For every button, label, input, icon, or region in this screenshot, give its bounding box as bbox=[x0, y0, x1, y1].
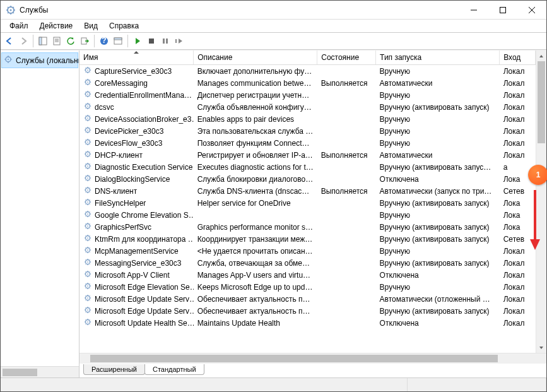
service-name-cell[interactable]: Diagnostic Execution Service bbox=[79, 161, 194, 173]
scrollbar-thumb[interactable] bbox=[538, 61, 545, 143]
service-name-cell[interactable]: MessagingService_e30c3 bbox=[79, 257, 194, 269]
tab-extended[interactable]: Расширенный bbox=[83, 364, 145, 375]
table-row[interactable]: CoreMessagingManages communication betwe… bbox=[79, 77, 536, 89]
menu-action[interactable]: Действие bbox=[35, 20, 78, 32]
close-button[interactable] bbox=[517, 1, 546, 19]
column-header[interactable]: Вход bbox=[500, 50, 536, 65]
menu-help[interactable]: Справка bbox=[104, 20, 144, 32]
service-name-cell[interactable]: CaptureService_e30c3 bbox=[79, 65, 194, 77]
service-name-cell[interactable]: dcsvc bbox=[79, 101, 194, 113]
svg-point-156 bbox=[87, 213, 88, 215]
service-name-cell[interactable]: GraphicsPerfSvc bbox=[79, 221, 194, 233]
table-row[interactable]: CaptureService_e30c3Включает дополнитель… bbox=[79, 65, 536, 78]
scrollbar-thumb[interactable] bbox=[3, 369, 37, 376]
services-listview[interactable]: ИмяОписаниеСостояниеТип запускаВход Capt… bbox=[79, 50, 536, 353]
service-name-cell[interactable]: Microsoft Edge Update Serv… bbox=[79, 305, 194, 317]
service-name-cell[interactable]: DialogBlockingService bbox=[79, 173, 194, 185]
column-header[interactable]: Имя bbox=[79, 50, 194, 65]
help-button[interactable]: ? bbox=[98, 35, 110, 47]
service-name-cell[interactable]: DHCP-клиент bbox=[79, 149, 194, 161]
start-service-button[interactable] bbox=[131, 35, 144, 47]
stop-service-button[interactable] bbox=[145, 35, 158, 47]
maximize-button[interactable] bbox=[488, 1, 517, 19]
service-name-cell[interactable]: Microsoft Edge Update Serv… bbox=[79, 293, 194, 305]
menu-view[interactable]: Вид bbox=[79, 20, 103, 32]
svg-rect-16 bbox=[54, 37, 60, 45]
table-row[interactable]: Microsoft Edge Update Serv…Обеспечивает … bbox=[79, 293, 536, 305]
tab-standard[interactable]: Стандартный bbox=[144, 364, 204, 375]
nav-forward-button[interactable] bbox=[17, 35, 30, 47]
cell-logon: Локал bbox=[500, 257, 536, 269]
scroll-down-arrow[interactable] bbox=[536, 342, 546, 353]
column-header[interactable]: Тип запуска bbox=[376, 50, 500, 65]
table-row[interactable]: Diagnostic Execution ServiceExecutes dia… bbox=[79, 161, 536, 173]
scrollbar-thumb[interactable] bbox=[90, 355, 498, 362]
table-row[interactable]: dcsvcСлужба объявленной конфигу…Вручную … bbox=[79, 101, 536, 113]
pause-service-button[interactable] bbox=[159, 35, 172, 47]
service-name-cell[interactable]: Microsoft Update Health Se… bbox=[79, 317, 194, 329]
table-row[interactable]: DNS-клиентСлужба DNS-клиента (dnscach…Вы… bbox=[79, 185, 536, 197]
service-name: Microsoft Edge Update Serv… bbox=[95, 295, 194, 304]
cell-startup: Вручную bbox=[376, 113, 500, 125]
table-row[interactable]: DeviceAssociationBroker_e3…Enables apps … bbox=[79, 113, 536, 125]
service-name-cell[interactable]: CredentialEnrollmentMana… bbox=[79, 89, 194, 101]
table-row[interactable]: Google Chrome Elevation S…ВручнуюЛока bbox=[79, 209, 536, 221]
gear-icon bbox=[83, 174, 92, 184]
export-button[interactable] bbox=[78, 35, 91, 47]
table-row[interactable]: CredentialEnrollmentMana…Диспетчер регис… bbox=[79, 89, 536, 101]
table-row[interactable]: Microsoft Edge Elevation Se…Keeps Micros… bbox=[79, 281, 536, 293]
console-button[interactable] bbox=[112, 35, 124, 47]
sidebar-horizontal-scrollbar[interactable] bbox=[1, 366, 79, 377]
cell-state bbox=[317, 173, 376, 185]
properties-button[interactable] bbox=[50, 35, 63, 47]
horizontal-scrollbar[interactable] bbox=[79, 353, 546, 364]
cell-startup: Вручную bbox=[376, 137, 500, 149]
table-row[interactable]: KtmRm для координатора …Координирует тра… bbox=[79, 233, 536, 245]
service-name-cell[interactable]: McpManagementService bbox=[79, 245, 194, 257]
table-row[interactable]: McpManagementService<Не удается прочитат… bbox=[79, 245, 536, 257]
table-row[interactable]: Microsoft Edge Update Serv…Обеспечивает … bbox=[79, 305, 536, 317]
service-name-cell[interactable]: FileSyncHelper bbox=[79, 197, 194, 209]
table-row[interactable]: DHCP-клиентРегистрирует и обновляет IP-а… bbox=[79, 149, 536, 161]
table-row[interactable]: DevicesFlow_e30c3Позволяет функциям Conn… bbox=[79, 137, 536, 149]
service-name-cell[interactable]: DeviceAssociationBroker_e3… bbox=[79, 113, 194, 125]
table-row[interactable]: Microsoft Update Health Se…Maintains Upd… bbox=[79, 317, 536, 329]
svg-line-121 bbox=[85, 163, 86, 164]
table-row[interactable]: Microsoft App-V ClientManages App-V user… bbox=[79, 269, 536, 281]
service-name-cell[interactable]: DNS-клиент bbox=[79, 185, 194, 197]
column-header[interactable]: Описание bbox=[194, 50, 317, 65]
svg-point-106 bbox=[87, 153, 88, 155]
column-header[interactable]: Состояние bbox=[317, 50, 376, 65]
service-name-cell[interactable]: Microsoft Edge Elevation Se… bbox=[79, 281, 194, 293]
service-name-cell[interactable]: CoreMessaging bbox=[79, 77, 194, 89]
minimize-button[interactable] bbox=[459, 1, 488, 19]
service-name-cell[interactable]: DevicesFlow_e30c3 bbox=[79, 137, 194, 149]
table-row[interactable]: FileSyncHelperHelper service for OneDriv… bbox=[79, 197, 536, 209]
service-name-cell[interactable]: DevicePicker_e30c3 bbox=[79, 125, 194, 137]
service-name-cell[interactable]: Microsoft App-V Client bbox=[79, 269, 194, 281]
svg-line-164 bbox=[90, 211, 90, 212]
annotation-arrow-icon bbox=[529, 190, 541, 253]
svg-point-216 bbox=[87, 285, 88, 287]
menu-file[interactable]: Файл bbox=[4, 20, 33, 32]
scroll-up-arrow[interactable] bbox=[536, 50, 546, 61]
cell-startup: Вручную (активировать запуск) bbox=[376, 101, 500, 113]
refresh-button[interactable] bbox=[64, 35, 77, 47]
cell-startup: Вручную (активировать запус… bbox=[376, 161, 500, 173]
table-row[interactable]: DialogBlockingServiceСлужба блокировки д… bbox=[79, 173, 536, 185]
service-name: FileSyncHelper bbox=[95, 199, 146, 208]
show-hide-tree-button[interactable] bbox=[37, 35, 49, 47]
nav-back-button[interactable] bbox=[3, 35, 16, 47]
table-row[interactable]: GraphicsPerfSvcGraphics performance moni… bbox=[79, 221, 536, 233]
svg-line-171 bbox=[85, 223, 86, 224]
service-name-cell[interactable]: Google Chrome Elevation S… bbox=[79, 209, 194, 221]
table-row[interactable]: MessagingService_e30c3Служба, отвечающая… bbox=[79, 257, 536, 269]
table-row[interactable]: DevicePicker_e30c3Эта пользовательская с… bbox=[79, 125, 536, 137]
restart-service-button[interactable] bbox=[173, 35, 185, 47]
svg-line-9 bbox=[13, 7, 15, 8]
tree-view[interactable]: Службы (локальные) bbox=[1, 50, 79, 366]
cell-state bbox=[317, 293, 376, 305]
svg-point-126 bbox=[87, 177, 88, 179]
service-name-cell[interactable]: KtmRm для координатора … bbox=[79, 233, 194, 245]
tree-node-services-local[interactable]: Службы (локальные) bbox=[2, 53, 78, 68]
